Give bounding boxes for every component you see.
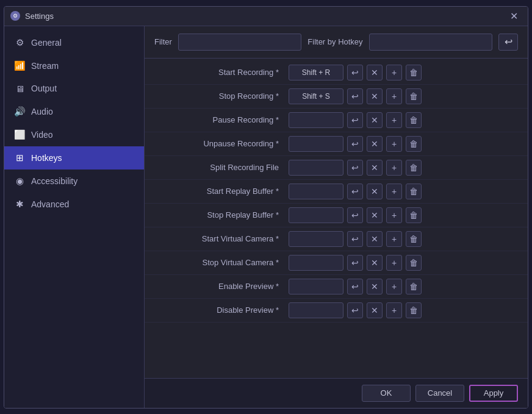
filter-hotkey-input[interactable]: [369, 34, 492, 51]
hotkey-undo-button[interactable]: ↩: [347, 231, 363, 247]
hotkey-value[interactable]: [289, 302, 343, 318]
hotkey-delete-button[interactable]: 🗑: [406, 160, 422, 176]
hotkey-clear-button[interactable]: ✕: [367, 207, 383, 223]
hotkey-value[interactable]: Shift + R: [289, 65, 343, 80]
hotkey-add-button[interactable]: +: [386, 88, 402, 104]
hotkey-add-button[interactable]: +: [386, 65, 402, 80]
hotkey-value[interactable]: Shift + S: [289, 88, 343, 104]
hotkey-value[interactable]: [289, 112, 343, 128]
hotkey-undo-button[interactable]: ↩: [347, 302, 363, 318]
hotkey-clear-button[interactable]: ✕: [367, 302, 383, 318]
hotkey-delete-button[interactable]: 🗑: [406, 65, 422, 80]
hotkey-add-button[interactable]: +: [386, 160, 402, 176]
hotkey-undo-button[interactable]: ↩: [347, 88, 363, 104]
hotkey-name: Split Recording File: [154, 163, 289, 172]
hotkey-delete-button[interactable]: 🗑: [406, 88, 422, 104]
hotkey-value[interactable]: [289, 231, 343, 247]
hotkey-clear-button[interactable]: ✕: [367, 136, 383, 152]
output-icon: 🖥: [14, 84, 25, 94]
titlebar: ⚙ Settings ✕: [4, 7, 528, 26]
hotkey-undo-button[interactable]: ↩: [347, 136, 363, 152]
hotkey-delete-button[interactable]: 🗑: [406, 184, 422, 199]
hotkey-undo-button[interactable]: ↩: [347, 279, 363, 294]
sidebar-item-label-accessibility: Accessibility: [31, 176, 77, 186]
hotkey-undo-button[interactable]: ↩: [347, 112, 363, 128]
hotkey-undo-button[interactable]: ↩: [347, 65, 363, 80]
ok-button[interactable]: OK: [362, 385, 411, 402]
hotkey-delete-button[interactable]: 🗑: [406, 231, 422, 247]
hotkey-clear-button[interactable]: ✕: [367, 65, 383, 80]
hotkey-add-button[interactable]: +: [386, 255, 402, 271]
hotkey-delete-button[interactable]: 🗑: [406, 279, 422, 294]
sidebar-item-accessibility[interactable]: ◉Accessibility: [4, 170, 144, 193]
hotkey-row: Start Virtual Camera *↩✕+🗑: [145, 227, 528, 251]
hotkey-value[interactable]: [289, 279, 343, 294]
hotkeys-list: Start Recording *Shift + R↩✕+🗑Stop Recor…: [145, 59, 528, 378]
hotkey-clear-button[interactable]: ✕: [367, 231, 383, 247]
close-button[interactable]: ✕: [506, 9, 522, 23]
sidebar-item-label-advanced: Advanced: [31, 199, 69, 209]
hotkey-value[interactable]: [289, 160, 343, 176]
hotkey-name: Enable Preview *: [154, 282, 289, 291]
general-icon: ⚙: [14, 37, 25, 48]
filter-back-button[interactable]: ↩: [498, 34, 518, 51]
hotkey-undo-button[interactable]: ↩: [347, 255, 363, 271]
sidebar-item-advanced[interactable]: ✱Advanced: [4, 193, 144, 216]
hotkey-add-button[interactable]: +: [386, 184, 402, 199]
filter-label: Filter: [154, 37, 172, 46]
hotkey-row: Split Recording File↩✕+🗑: [145, 156, 528, 180]
hotkey-name: Start Replay Buffer *: [154, 187, 289, 196]
hotkey-undo-button[interactable]: ↩: [347, 184, 363, 199]
hotkey-binding: Shift + S↩✕+🗑: [289, 88, 518, 104]
hotkey-value[interactable]: [289, 207, 343, 223]
hotkey-value[interactable]: [289, 255, 343, 271]
hotkey-undo-button[interactable]: ↩: [347, 207, 363, 223]
hotkey-clear-button[interactable]: ✕: [367, 160, 383, 176]
hotkey-add-button[interactable]: +: [386, 136, 402, 152]
sidebar-item-audio[interactable]: 🔊Audio: [4, 100, 144, 123]
hotkey-row: Start Replay Buffer *↩✕+🗑: [145, 180, 528, 204]
hotkey-name: Start Virtual Camera *: [154, 234, 289, 243]
hotkey-clear-button[interactable]: ✕: [367, 255, 383, 271]
hotkey-add-button[interactable]: +: [386, 279, 402, 294]
hotkey-add-button[interactable]: +: [386, 207, 402, 223]
hotkey-delete-button[interactable]: 🗑: [406, 207, 422, 223]
hotkey-delete-button[interactable]: 🗑: [406, 255, 422, 271]
hotkey-name: Disable Preview *: [154, 305, 289, 315]
hotkey-clear-button[interactable]: ✕: [367, 279, 383, 294]
hotkey-binding: ↩✕+🗑: [289, 207, 518, 223]
hotkey-clear-button[interactable]: ✕: [367, 184, 383, 199]
window-title: Settings: [25, 12, 54, 21]
filter-bar: Filter Filter by Hotkey ↩: [145, 26, 528, 59]
apply-button[interactable]: Apply: [469, 385, 518, 402]
hotkey-clear-button[interactable]: ✕: [367, 88, 383, 104]
sidebar-item-general[interactable]: ⚙General: [4, 31, 144, 54]
sidebar-item-output[interactable]: 🖥Output: [4, 77, 144, 100]
accessibility-icon: ◉: [14, 176, 25, 187]
settings-window: ⚙ Settings ✕ ⚙General📶Stream🖥Output🔊Audi…: [4, 6, 528, 409]
filter-hotkey-label: Filter by Hotkey: [307, 37, 362, 46]
hotkey-delete-button[interactable]: 🗑: [406, 302, 422, 318]
sidebar-item-stream[interactable]: 📶Stream: [4, 54, 144, 77]
hotkey-row: Start Recording *Shift + R↩✕+🗑: [145, 61, 528, 85]
sidebar-item-hotkeys[interactable]: ⊞Hotkeys: [4, 146, 144, 170]
hotkey-add-button[interactable]: +: [386, 112, 402, 128]
hotkey-value[interactable]: [289, 184, 343, 199]
video-icon: ⬜: [14, 129, 25, 140]
hotkey-value[interactable]: [289, 136, 343, 152]
cancel-button[interactable]: Cancel: [415, 385, 464, 402]
hotkey-add-button[interactable]: +: [386, 231, 402, 247]
hotkey-binding: ↩✕+🗑: [289, 231, 518, 247]
sidebar-item-video[interactable]: ⬜Video: [4, 123, 144, 146]
hotkey-undo-button[interactable]: ↩: [347, 160, 363, 176]
filter-input[interactable]: [178, 34, 301, 51]
hotkey-delete-button[interactable]: 🗑: [406, 112, 422, 128]
hotkey-delete-button[interactable]: 🗑: [406, 136, 422, 152]
hotkey-row: Enable Preview *↩✕+🗑: [145, 275, 528, 299]
hotkey-add-button[interactable]: +: [386, 302, 402, 318]
hotkey-row: Stop Recording *Shift + S↩✕+🗑: [145, 85, 528, 109]
hotkey-binding: ↩✕+🗑: [289, 184, 518, 199]
hotkey-clear-button[interactable]: ✕: [367, 112, 383, 128]
hotkey-binding: ↩✕+🗑: [289, 136, 518, 152]
hotkey-binding: ↩✕+🗑: [289, 279, 518, 294]
